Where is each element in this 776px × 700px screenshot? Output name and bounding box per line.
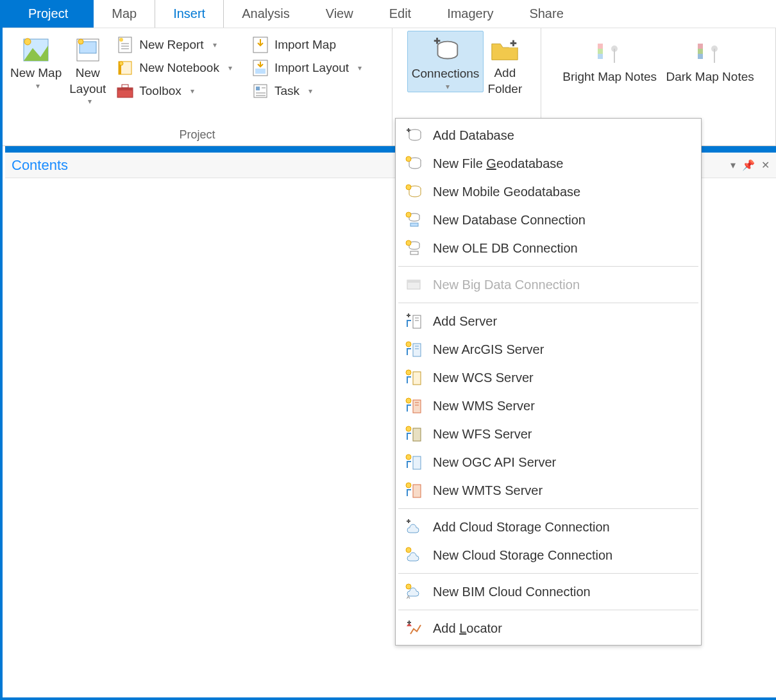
svg-rect-32	[598, 49, 603, 54]
import-layout-button[interactable]: Import Layout	[248, 58, 366, 78]
new-layout-button[interactable]: NewLayout	[65, 31, 110, 107]
svg-rect-65	[413, 372, 421, 385]
svg-point-81	[406, 584, 411, 589]
svg-rect-49	[410, 223, 418, 226]
bim-cloud-icon: A	[405, 583, 423, 601]
menu-separator	[398, 303, 698, 303]
svg-point-2	[24, 38, 31, 45]
group-project-label: Project	[6, 126, 388, 146]
menu-new-wcs-server[interactable]: New WCS Server	[396, 363, 701, 392]
menu-new-ole-db-connection[interactable]: New OLE DB Connection	[396, 234, 701, 262]
wcs-server-icon	[405, 369, 423, 387]
menu-separator	[398, 266, 698, 267]
file-geodatabase-icon	[405, 154, 423, 172]
add-server-icon	[405, 312, 423, 330]
bright-notes-icon	[595, 38, 625, 69]
svg-rect-75	[413, 485, 421, 497]
menu-new-database-connection[interactable]: New Database Connection	[396, 206, 701, 234]
cloud-storage-add-icon	[405, 518, 423, 536]
toolbox-button[interactable]: Toolbox	[112, 81, 236, 101]
bright-map-notes-button[interactable]: Bright Map Notes	[559, 35, 661, 85]
task-button[interactable]: Task	[248, 81, 366, 101]
svg-point-50	[406, 212, 411, 217]
menu-add-locator[interactable]: Add Locator	[396, 614, 701, 642]
tab-insert[interactable]: Insert	[155, 0, 224, 28]
menu-separator	[398, 508, 698, 509]
ribbon-tabs: Project Map Insert Analysis View Edit Im…	[3, 0, 776, 28]
notebook-icon	[116, 59, 134, 77]
mobile-geodatabase-icon	[405, 183, 423, 201]
menu-new-wfs-server[interactable]: New WFS Server	[396, 420, 701, 448]
svg-rect-73	[413, 456, 421, 469]
svg-rect-36	[698, 44, 703, 49]
svg-point-72	[406, 426, 411, 431]
connections-menu: Add Database New File Geodatabase New Mo…	[395, 118, 702, 646]
menu-new-bim-cloud[interactable]: A New BIM Cloud Connection	[396, 578, 701, 606]
pane-menu-icon[interactable]: ▾	[730, 159, 736, 171]
pane-pin-icon[interactable]: 📌	[742, 159, 755, 171]
svg-rect-67	[413, 400, 421, 413]
menu-separator	[398, 573, 698, 574]
svg-rect-33	[598, 54, 603, 59]
menu-new-arcgis-server[interactable]: New ArcGIS Server	[396, 335, 701, 363]
menu-add-server[interactable]: Add Server	[396, 307, 701, 335]
pane-close-icon[interactable]: ✕	[761, 159, 770, 171]
menu-add-cloud-storage[interactable]: Add Cloud Storage Connection	[396, 513, 701, 541]
svg-rect-37	[698, 49, 703, 54]
database-add-icon	[405, 126, 423, 144]
add-folder-button[interactable]: AddFolder	[484, 31, 526, 97]
pane-title: Contents	[12, 157, 68, 174]
svg-rect-15	[117, 88, 133, 90]
app-window: Project Map Insert Analysis View Edit Im…	[0, 0, 776, 700]
new-report-button[interactable]: New Report	[112, 35, 236, 55]
menu-new-cloud-storage[interactable]: New Cloud Storage Connection	[396, 541, 701, 569]
svg-rect-56	[413, 315, 421, 328]
svg-rect-31	[598, 44, 603, 49]
svg-point-7	[119, 38, 123, 42]
new-map-button[interactable]: New Map	[6, 31, 65, 91]
svg-rect-71	[413, 428, 421, 441]
new-map-label: New Map	[10, 65, 62, 81]
tab-share[interactable]: Share	[511, 0, 581, 28]
group-project: New Map NewLayout New Report New Noteboo…	[3, 28, 392, 146]
tab-analysis[interactable]: Analysis	[224, 0, 307, 28]
svg-point-53	[406, 240, 411, 246]
big-data-icon	[405, 276, 423, 294]
menu-new-mobile-geodatabase[interactable]: New Mobile Geodatabase	[396, 178, 701, 206]
import-map-button[interactable]: Import Map	[248, 35, 366, 55]
svg-point-45	[406, 156, 411, 162]
dark-map-notes-button[interactable]: Dark Map Notes	[662, 35, 757, 85]
menu-add-locator-label: Add Locator	[433, 621, 502, 636]
tab-edit[interactable]: Edit	[371, 0, 429, 28]
menu-add-database[interactable]: Add Database	[396, 121, 701, 149]
layout-icon	[72, 35, 103, 65]
svg-rect-16	[122, 85, 128, 88]
import-map-icon	[251, 36, 269, 54]
tab-view[interactable]: View	[308, 0, 371, 28]
toolbox-icon	[116, 82, 134, 100]
wms-server-icon	[405, 397, 423, 415]
cloud-storage-new-icon	[405, 546, 423, 564]
svg-point-5	[78, 39, 83, 44]
tab-imagery[interactable]: Imagery	[429, 0, 511, 28]
connections-icon	[430, 35, 461, 66]
new-layout-label: NewLayout	[69, 65, 106, 97]
svg-rect-55	[407, 280, 420, 283]
menu-new-big-data-connection: New Big Data Connection	[396, 271, 701, 299]
new-notebook-button[interactable]: New Notebook	[112, 58, 236, 78]
svg-point-66	[406, 370, 411, 375]
svg-rect-52	[410, 251, 418, 254]
svg-point-76	[406, 483, 411, 488]
report-icon	[116, 36, 134, 54]
menu-new-ogc-api-server[interactable]: New OGC API Server	[396, 448, 701, 476]
menu-new-wms-server[interactable]: New WMS Server	[396, 392, 701, 420]
task-icon	[251, 82, 269, 100]
connections-button[interactable]: Connections	[407, 31, 484, 92]
menu-new-wmts-server[interactable]: New WMTS Server	[396, 476, 701, 504]
add-folder-label: AddFolder	[487, 65, 522, 97]
svg-rect-21	[256, 87, 260, 90]
tab-map[interactable]: Map	[94, 0, 155, 28]
tab-project[interactable]: Project	[3, 0, 94, 28]
menu-new-file-geodatabase[interactable]: New File Geodatabase	[396, 149, 701, 178]
svg-rect-38	[698, 54, 703, 59]
